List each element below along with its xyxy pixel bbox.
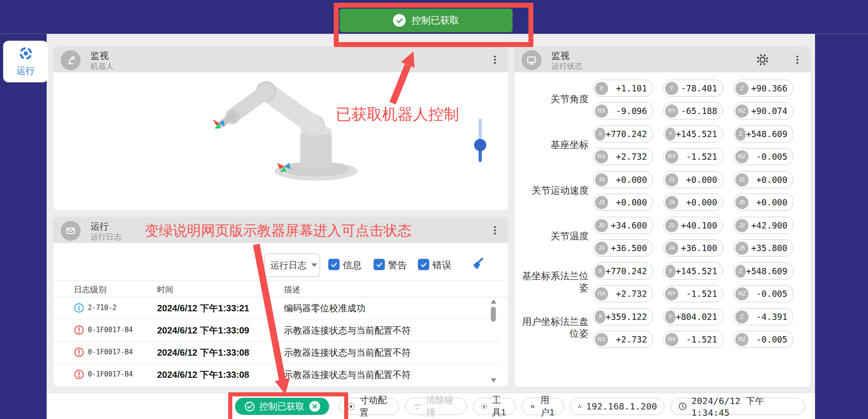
axis-value-pill: RX-9.096 xyxy=(593,102,653,119)
status-settings-gear-button[interactable] xyxy=(756,53,769,68)
log-level-code: 0-1F0017-B4 xyxy=(88,370,133,378)
log-level-code: 0-1F0017-B4 xyxy=(88,348,133,356)
log-scrollbar-thumb[interactable] xyxy=(491,307,496,322)
axis-value: +34.600 xyxy=(608,220,652,230)
axis-value: +145.521 xyxy=(676,266,723,276)
warning-checkbox[interactable] xyxy=(374,259,385,270)
error-checkbox-label: 错误 xyxy=(432,259,451,271)
info-checkbox[interactable] xyxy=(328,259,340,270)
axis-chip: J3 xyxy=(595,196,608,209)
log-panel-title: 运行 xyxy=(91,220,109,233)
datetime-label: 2024/6/12 下午1:34:45 xyxy=(691,395,797,418)
run-target-icon xyxy=(19,46,33,63)
filter-divider xyxy=(53,281,508,281)
sidebar-item-run[interactable]: 运行 xyxy=(3,41,48,82)
log-time: 2024/6/12 下午1:33:08 xyxy=(157,347,249,359)
axis-value-pill: X+770.242 xyxy=(593,262,653,280)
robot-3d-viewport[interactable] xyxy=(53,72,508,210)
rotate-icon xyxy=(529,401,536,412)
axis-value: +36.500 xyxy=(608,243,652,253)
user-frame-button[interactable]: 用户1 xyxy=(522,398,564,415)
user-frame-label: 用户1 xyxy=(540,394,557,419)
axis-chip: J5 xyxy=(735,196,748,209)
check-circle-icon xyxy=(393,14,406,27)
scroll-down-arrow[interactable] xyxy=(491,378,496,382)
axis-value-pill: Y-78.401 xyxy=(663,80,723,97)
axis-value-pill: RY-1.521 xyxy=(663,148,723,165)
robot-panel-header: 监视 机器人 xyxy=(53,47,508,72)
log-panel-subtitle: 运行日志 xyxy=(91,232,121,242)
axis-value-pill: Y+145.521 xyxy=(663,262,723,280)
log-type-dropdown[interactable]: 运行日志 xyxy=(264,253,320,277)
axis-chip: RX xyxy=(595,150,608,163)
tool-select-label: 工具1 xyxy=(492,394,508,419)
axis-chip: J4 xyxy=(665,196,678,209)
axis-value: +0.000 xyxy=(678,197,723,207)
log-time: 2024/6/12 下午1:33:08 xyxy=(157,369,249,381)
log-row: 0-1F0017-B42024/6/12 下午1:33:08示教器连接状态与当前… xyxy=(53,363,500,386)
view-zoom-slider-thumb[interactable] xyxy=(474,139,486,151)
axis-value-pill: Z+548.609 xyxy=(734,262,793,280)
axis-value: +35.800 xyxy=(748,243,793,253)
axis-chip: RY xyxy=(665,333,678,346)
log-description: 示教器连接状态与当前配置不符 xyxy=(284,369,411,381)
axis-chip: Z xyxy=(735,128,746,141)
axis-chip: X xyxy=(595,128,605,141)
axis-value: +1.101 xyxy=(608,83,652,93)
scroll-up-arrow[interactable] xyxy=(491,300,496,304)
axis-value-pill: RY-65.188 xyxy=(663,102,723,119)
control-acquired-banner: 控制已获取 xyxy=(340,9,513,32)
axis-chip: X xyxy=(595,310,605,324)
log-time: 2024/6/12 下午1:33:21 xyxy=(157,302,249,314)
error-log-icon xyxy=(74,369,84,381)
axis-chip: RZ xyxy=(735,150,748,163)
axis-value: +36.100 xyxy=(678,243,723,253)
axis-value: -65.188 xyxy=(678,106,723,116)
release-control-pill[interactable]: 控制已获取 xyxy=(235,398,329,415)
axis-value-pill: Y+145.521 xyxy=(663,125,723,143)
clock-icon xyxy=(678,401,687,411)
robot-panel-menu-button[interactable] xyxy=(490,53,500,67)
axis-value-pill: X+770.242 xyxy=(593,125,653,143)
axis-value: +40.100 xyxy=(678,220,723,230)
axis-value: +804.021 xyxy=(676,312,723,322)
axis-value-pill: J4+36.100 xyxy=(663,239,723,257)
log-level-code: 2-710-2 xyxy=(88,304,116,312)
status-group-label: 关节角度 xyxy=(517,80,589,119)
right-sidebar xyxy=(815,0,868,419)
clear-log-broom-button[interactable] xyxy=(470,256,485,273)
status-panel-subtitle: 运行状态 xyxy=(551,61,582,71)
warning-checkbox-label: 警告 xyxy=(388,259,407,271)
axis-value: +2.732 xyxy=(608,334,652,344)
robot-panel-subtitle: 机器人 xyxy=(91,61,114,71)
axis-value: +548.609 xyxy=(746,129,793,139)
envelope-icon xyxy=(61,221,81,241)
axis-value-pill: J5+0.000 xyxy=(734,194,793,211)
clear-collision-button[interactable]: 清除碰撞 xyxy=(405,398,467,415)
check-circle-icon xyxy=(245,401,255,412)
axis-chip: Y xyxy=(665,82,678,95)
ip-address-pill[interactable]: 192.168.1.200 xyxy=(570,398,664,415)
axis-value-pill: RX+2.732 xyxy=(593,331,653,348)
tool-icon xyxy=(480,401,488,412)
log-panel-menu-button[interactable] xyxy=(490,224,500,237)
release-control-label: 控制已获取 xyxy=(259,400,305,413)
axis-value: +0.000 xyxy=(608,197,652,207)
axis-value: +2.732 xyxy=(608,289,652,299)
release-control-x-icon[interactable] xyxy=(309,401,320,412)
axis-value-pill: RZ-0.005 xyxy=(734,331,793,348)
datetime-pill[interactable]: 2024/6/12 下午1:34:45 xyxy=(671,398,805,415)
axis-chip: RZ xyxy=(735,105,748,118)
axis-value: +145.521 xyxy=(676,129,723,139)
robot-3d-render xyxy=(53,72,508,210)
axis-chip: RZ xyxy=(735,333,748,346)
axis-value-pill: J2+0.000 xyxy=(734,171,793,188)
axis-value-pill: Z+90.366 xyxy=(734,80,793,97)
axis-chip: X xyxy=(595,265,605,278)
info-log-icon xyxy=(74,303,84,315)
axis-value-pill: RZ-0.005 xyxy=(734,148,793,165)
status-panel-menu-button[interactable] xyxy=(792,53,802,67)
error-checkbox[interactable] xyxy=(418,259,429,270)
tool-select-button[interactable]: 工具1 xyxy=(473,398,516,415)
jog-config-button[interactable]: 寸动配置 xyxy=(339,398,399,415)
